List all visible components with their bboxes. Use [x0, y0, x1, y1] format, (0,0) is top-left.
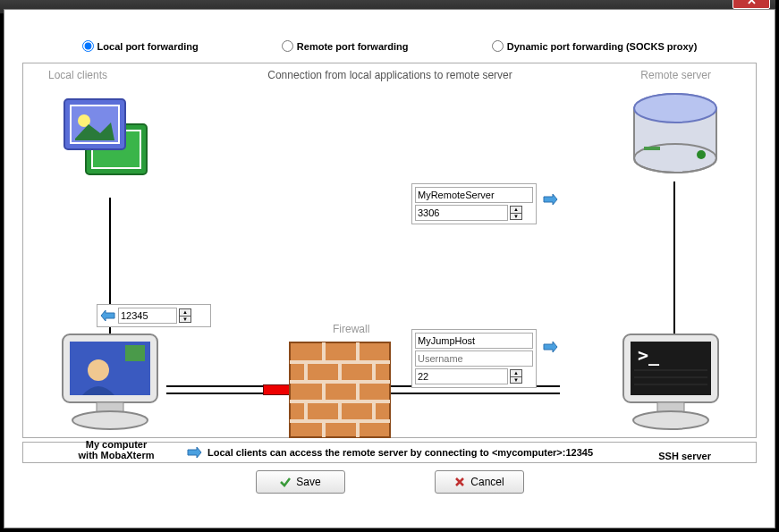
firewall-icon — [288, 341, 392, 439]
radio-dynamic-input[interactable] — [492, 40, 504, 52]
radio-local-forwarding[interactable]: Local port forwarding — [82, 40, 199, 52]
label-local-clients: Local clients — [48, 69, 107, 81]
radio-dynamic-label: Dynamic port forwarding (SOCKS proxy) — [507, 41, 698, 52]
label-my-computer: My computer with MobaXterm — [63, 439, 170, 460]
local-port-input[interactable] — [118, 308, 177, 324]
radio-remote-forwarding[interactable]: Remote port forwarding — [282, 40, 409, 52]
local-clients-icon — [57, 89, 165, 196]
hint-text: Local clients can access the remote serv… — [207, 447, 593, 458]
label-subtitle: Connection from local applications to re… — [211, 69, 569, 81]
remote-server-icon — [626, 89, 724, 182]
svg-point-34 — [72, 411, 148, 429]
radio-local-label: Local port forwarding — [97, 41, 199, 52]
remote-host-input[interactable] — [415, 187, 533, 203]
radio-remote-input[interactable] — [282, 40, 293, 52]
svg-rect-12 — [290, 342, 390, 437]
ssh-host-input[interactable] — [415, 333, 533, 349]
my-computer-icon — [52, 327, 168, 439]
ssh-port-input[interactable] — [415, 368, 508, 384]
arrow-left-icon — [100, 309, 116, 322]
radio-local-input[interactable] — [82, 40, 94, 52]
svg-text:>_: >_ — [638, 344, 660, 366]
button-row: Save Cancel — [22, 470, 757, 494]
arrow-right-icon — [542, 341, 558, 353]
svg-point-8 — [634, 94, 716, 122]
ssh-user-input[interactable] — [415, 350, 533, 367]
svg-point-42 — [633, 411, 708, 429]
local-port-group: ▲▼ — [97, 304, 211, 327]
cross-icon — [453, 476, 466, 488]
remote-server-group: ▲▼ — [411, 183, 537, 224]
local-port-spinner[interactable]: ▲▼ — [179, 308, 191, 323]
diagram-frame: Local clients Connection from local appl… — [22, 63, 757, 438]
label-remote-server: Remote server — [640, 69, 711, 81]
remote-port-input[interactable] — [415, 205, 508, 221]
radio-remote-label: Remote port forwarding — [297, 41, 409, 52]
save-button[interactable]: Save — [256, 470, 345, 494]
arrow-right-icon — [542, 193, 558, 206]
check-icon — [279, 476, 292, 488]
forwarding-type-row: Local port forwarding Remote port forwar… — [22, 37, 757, 63]
radio-dynamic-forwarding[interactable]: Dynamic port forwarding (SOCKS proxy) — [492, 40, 698, 52]
remote-port-spinner[interactable]: ▲▼ — [510, 206, 522, 220]
arrow-right-icon — [186, 446, 202, 459]
line — [673, 182, 675, 334]
label-ssh-server: SSH server — [658, 451, 711, 461]
ssh-server-group: ▲▼ — [411, 329, 537, 388]
svg-point-11 — [697, 150, 706, 159]
close-button[interactable]: ✕ — [732, 0, 770, 9]
label-firewall: Firewall — [333, 323, 369, 335]
cancel-button[interactable]: Cancel — [435, 470, 524, 494]
ssh-port-spinner[interactable]: ▲▼ — [510, 369, 522, 384]
dialog-window: Local port forwarding Remote port forwar… — [4, 9, 775, 528]
line — [109, 198, 111, 305]
svg-point-31 — [88, 359, 109, 381]
ssh-server-icon: >_ — [613, 327, 729, 439]
svg-rect-10 — [644, 147, 660, 150]
svg-rect-32 — [125, 345, 145, 361]
